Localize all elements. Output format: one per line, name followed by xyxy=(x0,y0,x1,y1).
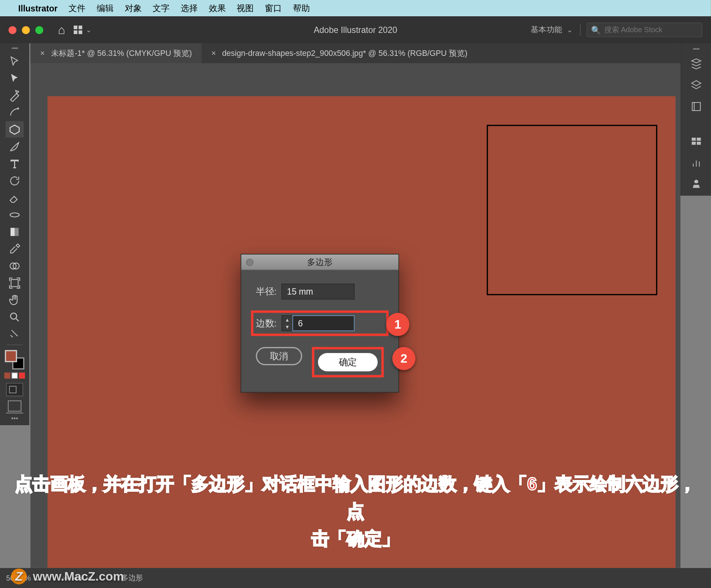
polygon-dialog: 多边形 半径: 边数: ▲▼ 取消 确定 1 2 xyxy=(241,254,399,393)
workspace-label: 基本功能 xyxy=(531,24,563,36)
ok-button-highlight: 确定 xyxy=(312,347,384,377)
sides-row-highlight: 边数: ▲▼ xyxy=(251,310,389,336)
rectangle-shape[interactable] xyxy=(487,125,657,295)
anchor-tool[interactable] xyxy=(6,326,24,342)
app-menu[interactable]: Illustrator xyxy=(18,3,57,13)
edit-toolbar-icon[interactable]: ••• xyxy=(11,414,18,422)
sides-input[interactable] xyxy=(293,315,355,331)
svg-rect-8 xyxy=(692,103,700,111)
menu-window[interactable]: 窗口 xyxy=(265,3,282,14)
eraser-tool[interactable] xyxy=(6,189,24,206)
menu-edit[interactable]: 编辑 xyxy=(97,3,114,14)
draw-mode-button[interactable] xyxy=(6,383,23,396)
separator xyxy=(580,24,581,36)
watermark-badge-icon: Z xyxy=(11,568,27,584)
tab-label: 未标题-1* @ 56.31% (CMYK/GPU 预览) xyxy=(51,48,192,59)
close-tab-icon[interactable]: × xyxy=(211,49,216,58)
macos-menubar: Illustrator 文件 编辑 对象 文字 选择 效果 视图 窗口 帮助 xyxy=(0,0,711,16)
menu-effect[interactable]: 效果 xyxy=(209,3,226,14)
callout-1: 1 xyxy=(386,313,410,336)
fill-stroke-swatch[interactable] xyxy=(5,350,24,370)
svg-rect-12 xyxy=(697,142,701,145)
direct-selection-tool[interactable] xyxy=(6,70,24,86)
eyedropper-tool[interactable] xyxy=(6,241,24,257)
ok-button[interactable]: 确定 xyxy=(318,353,378,371)
chevron-down-icon[interactable]: ▼ xyxy=(282,323,293,330)
instruction-text: 点击画板，并在打开「多边形」对话框中输入图形的边数，键入「6」表示绘制六边形，点… xyxy=(0,471,711,553)
layers-panel-icon[interactable] xyxy=(686,75,706,95)
brushes-panel-icon[interactable] xyxy=(686,153,706,172)
panel-grip-icon[interactable]: ●●●● xyxy=(693,47,699,51)
svg-marker-0 xyxy=(10,125,19,134)
radius-label: 半径: xyxy=(256,286,277,297)
symbols-panel-icon[interactable] xyxy=(686,174,706,194)
fill-color[interactable] xyxy=(5,350,17,362)
radius-input[interactable] xyxy=(281,284,354,300)
workspace-switcher[interactable]: 基本功能 ⌄ xyxy=(531,24,583,36)
stock-search[interactable]: 🔍 xyxy=(587,23,702,37)
tab-label: design-draw-shapes-step2_900x506.jpg* @ … xyxy=(222,48,467,59)
close-window-button[interactable] xyxy=(9,26,16,34)
close-dialog-button[interactable] xyxy=(246,258,254,266)
sides-label: 边数: xyxy=(256,317,277,329)
svg-point-7 xyxy=(11,313,17,319)
svg-rect-6 xyxy=(11,279,18,286)
zoom-tool[interactable] xyxy=(6,309,24,325)
home-icon[interactable]: ⌂ xyxy=(58,23,65,37)
libraries-panel-icon[interactable] xyxy=(686,97,706,117)
menu-file[interactable]: 文件 xyxy=(69,3,86,14)
document-tab-1[interactable]: × 未标题-1* @ 56.31% (CMYK/GPU 预览) xyxy=(30,43,201,63)
chevron-down-icon: ⌄ xyxy=(567,26,573,34)
width-tool[interactable] xyxy=(6,206,24,223)
arrange-documents-button[interactable]: ⌄ xyxy=(74,26,91,34)
window-controls xyxy=(9,26,43,34)
tools-panel: ●●●● ••• xyxy=(0,43,29,425)
curvature-tool[interactable] xyxy=(6,104,24,120)
svg-rect-9 xyxy=(691,138,695,141)
right-panel-dock: ●●●● xyxy=(680,43,711,195)
stock-search-input[interactable] xyxy=(604,26,698,34)
chevron-down-icon: ⌄ xyxy=(86,26,91,34)
stepper-buttons[interactable]: ▲▼ xyxy=(281,315,293,331)
panel-grip-icon[interactable]: ●●●● xyxy=(11,46,18,50)
properties-panel-icon[interactable] xyxy=(686,54,706,74)
dialog-titlebar[interactable]: 多边形 xyxy=(241,255,398,271)
swatches-panel-icon[interactable] xyxy=(686,131,706,151)
menu-view[interactable]: 视图 xyxy=(237,3,254,14)
radius-row: 半径: xyxy=(256,284,384,300)
document-tabs: × 未标题-1* @ 56.31% (CMYK/GPU 预览) × design… xyxy=(30,43,680,63)
svg-rect-11 xyxy=(691,142,695,145)
watermark: Z www.MacZ.com xyxy=(11,568,124,584)
screen-mode-button[interactable] xyxy=(8,400,21,411)
menu-object[interactable]: 对象 xyxy=(125,3,142,14)
hand-tool[interactable] xyxy=(6,292,24,308)
selection-tool[interactable] xyxy=(6,53,24,69)
paintbrush-tool[interactable] xyxy=(6,138,24,154)
callout-2: 2 xyxy=(392,347,415,370)
svg-point-1 xyxy=(10,212,19,216)
menu-type[interactable]: 文字 xyxy=(153,3,170,14)
separator xyxy=(7,345,23,345)
polygon-tool[interactable] xyxy=(6,121,24,137)
dialog-title: 多边形 xyxy=(307,256,333,268)
pen-tool[interactable] xyxy=(6,87,24,103)
menu-help[interactable]: 帮助 xyxy=(293,3,310,14)
rotate-tool[interactable] xyxy=(6,172,24,189)
gradient-tool[interactable] xyxy=(6,224,24,240)
close-tab-icon[interactable]: × xyxy=(40,49,45,58)
type-tool[interactable] xyxy=(6,155,24,171)
search-icon: 🔍 xyxy=(591,25,601,34)
svg-rect-10 xyxy=(697,138,701,141)
shape-builder-tool[interactable] xyxy=(6,258,24,274)
svg-rect-3 xyxy=(11,228,15,236)
menu-select[interactable]: 选择 xyxy=(181,3,198,14)
document-tab-2[interactable]: × design-draw-shapes-step2_900x506.jpg* … xyxy=(201,43,477,63)
artboard-tool[interactable] xyxy=(6,275,24,291)
cancel-button[interactable]: 取消 xyxy=(256,347,302,365)
zoom-window-button[interactable] xyxy=(35,26,43,34)
minimize-window-button[interactable] xyxy=(22,26,30,34)
chevron-up-icon[interactable]: ▲ xyxy=(282,316,293,323)
application-bar: ⌂ ⌄ Adobe Illustrator 2020 基本功能 ⌄ 🔍 xyxy=(0,16,711,43)
current-tool-label: 多边形 xyxy=(121,573,143,583)
color-mode-row[interactable] xyxy=(4,373,25,379)
